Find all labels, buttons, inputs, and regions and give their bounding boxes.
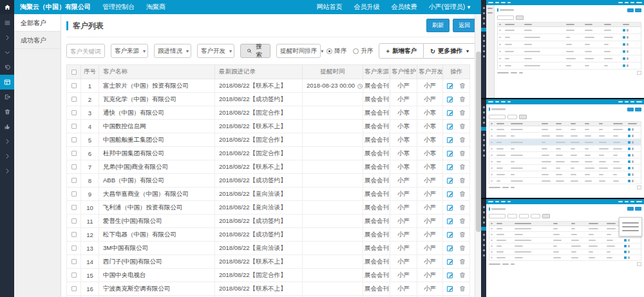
- nav-member-renew[interactable]: 会员续费: [385, 0, 422, 14]
- reminder-cell: [303, 242, 363, 255]
- edit-button[interactable]: [446, 163, 454, 171]
- delete-button[interactable]: [459, 177, 466, 184]
- add-customer-button[interactable]: +新增客户: [379, 43, 424, 59]
- row-checkbox[interactable]: [71, 286, 77, 291]
- user-menu[interactable]: 小严(管理员)▼: [422, 0, 477, 15]
- delete-button[interactable]: [459, 95, 466, 103]
- nav-member-upgrade[interactable]: 会员升级: [348, 0, 385, 14]
- edit-button[interactable]: [446, 95, 454, 103]
- row-checkbox[interactable]: [71, 97, 77, 102]
- mini-window-2[interactable]: [481, 99, 644, 197]
- delete-button[interactable]: [459, 190, 466, 198]
- trash-icon: [459, 258, 466, 265]
- delete-button[interactable]: [459, 109, 466, 117]
- sidebar-item-all-customers[interactable]: 全部客户: [14, 14, 61, 32]
- row-checkbox[interactable]: [71, 137, 77, 142]
- rail-item-chevron-right[interactable]: [0, 30, 14, 45]
- edit-button[interactable]: [446, 285, 454, 292]
- delete-button[interactable]: [459, 149, 466, 157]
- edit-button[interactable]: [446, 244, 454, 252]
- mini-window-3[interactable]: [481, 199, 644, 297]
- mini-window-1[interactable]: [481, 0, 644, 98]
- followup-select[interactable]: 跟进情况▾: [154, 44, 191, 58]
- edit-button[interactable]: [446, 122, 454, 130]
- trash-icon: [4, 108, 11, 115]
- mini-content: [486, 104, 644, 197]
- rail-item-logout[interactable]: [0, 90, 14, 104]
- maintainer-cell: 小寒: [390, 120, 417, 133]
- row-checkbox[interactable]: [71, 178, 77, 183]
- refresh-button[interactable]: 刷新: [426, 19, 450, 32]
- row-checkbox[interactable]: [71, 124, 77, 129]
- edit-button[interactable]: [446, 204, 454, 211]
- sort-desc-radio[interactable]: 降序: [327, 47, 346, 55]
- delete-button[interactable]: [459, 122, 466, 130]
- edit-button[interactable]: [446, 258, 454, 265]
- delete-button[interactable]: [459, 217, 466, 225]
- sort-select[interactable]: 提醒时间排序▾: [276, 44, 321, 58]
- delete-button[interactable]: [459, 271, 466, 279]
- delete-button[interactable]: [459, 244, 466, 252]
- row-checkbox[interactable]: [71, 151, 77, 156]
- developer-cell: 小寒: [417, 160, 443, 174]
- delete-button[interactable]: [459, 204, 466, 211]
- select-all-checkbox[interactable]: [71, 70, 77, 75]
- nav-shop[interactable]: 淘聚商: [140, 0, 171, 14]
- keyword-input[interactable]: [66, 44, 105, 58]
- rail-item-chevron-right[interactable]: [0, 149, 14, 164]
- row-checkbox[interactable]: [71, 83, 77, 88]
- rail-item-table-active[interactable]: [0, 75, 14, 90]
- rail-item-chevron-right[interactable]: [0, 164, 14, 178]
- delete-button[interactable]: [459, 258, 466, 265]
- delete-button[interactable]: [459, 163, 466, 171]
- edit-button[interactable]: [446, 109, 454, 117]
- row-checkbox[interactable]: [71, 232, 77, 237]
- more-actions-button[interactable]: ↻更多操作▾: [424, 43, 476, 59]
- nav-admin-console[interactable]: 管理控制台: [97, 0, 140, 14]
- rail-item-thumbs-up[interactable]: [0, 119, 14, 134]
- rail-item-trash[interactable]: [0, 104, 14, 119]
- column-header: 操作: [443, 65, 470, 79]
- home-button[interactable]: [0, 0, 14, 14]
- rail-item-hamburger[interactable]: [0, 15, 14, 30]
- edit-button[interactable]: [446, 190, 454, 198]
- sidebar: 全部客户 成功客户: [14, 14, 61, 297]
- brand-link[interactable]: 淘聚云（中国）有限公司: [14, 0, 97, 14]
- edit-button[interactable]: [446, 231, 454, 238]
- row-checkbox[interactable]: [71, 245, 77, 251]
- trash-icon: [459, 95, 466, 103]
- row-checkbox[interactable]: [71, 164, 77, 169]
- delete-button[interactable]: [459, 285, 466, 292]
- sidebar-item-success-customers[interactable]: 成功客户: [14, 32, 61, 49]
- row-checkbox[interactable]: [71, 191, 77, 196]
- edit-button[interactable]: [446, 136, 454, 144]
- edit-button[interactable]: [446, 217, 454, 225]
- row-checkbox[interactable]: [71, 259, 77, 264]
- develop-select[interactable]: 客户开发▾: [197, 44, 234, 58]
- search-button[interactable]: 搜索: [240, 44, 270, 58]
- row-number-cell: 15: [81, 269, 99, 282]
- row-checkbox[interactable]: [71, 110, 77, 115]
- source-cell: 展会会刊: [363, 187, 390, 201]
- sort-asc-radio[interactable]: 升序: [353, 47, 373, 55]
- delete-button[interactable]: [459, 136, 466, 144]
- edit-button[interactable]: [446, 271, 454, 279]
- edit-button[interactable]: [446, 82, 454, 90]
- checkbox-cell: [67, 93, 81, 106]
- rail-item-chevron-right[interactable]: [0, 134, 14, 149]
- back-button[interactable]: 返回: [453, 19, 476, 32]
- delete-button[interactable]: [459, 82, 466, 90]
- delete-button[interactable]: [459, 231, 466, 238]
- source-select[interactable]: 客户来源▾: [111, 44, 148, 58]
- rail-item-chevron-down[interactable]: [0, 45, 14, 60]
- vertical-scrollbar[interactable]: [475, 14, 481, 297]
- edit-button[interactable]: [446, 149, 454, 157]
- edit-button[interactable]: [446, 177, 454, 184]
- rail-item-undo[interactable]: [0, 60, 14, 75]
- row-checkbox[interactable]: [71, 273, 77, 278]
- row-checkbox[interactable]: [71, 218, 77, 224]
- row-checkbox[interactable]: [71, 205, 77, 210]
- scrollbar-thumb[interactable]: [476, 52, 481, 232]
- nav-site-home[interactable]: 网站首页: [310, 0, 348, 14]
- mini-home-icon: [481, 99, 486, 104]
